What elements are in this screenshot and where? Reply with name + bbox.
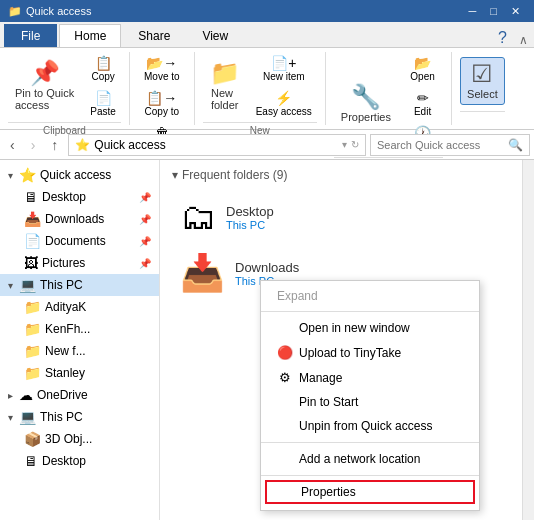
quick-access-toggle[interactable]: ▾ bbox=[8, 170, 13, 181]
copy-to-button[interactable]: 📋→ Copy to bbox=[138, 87, 186, 120]
folder-info-desktop: Desktop This PC bbox=[226, 204, 274, 231]
frequent-header-text: Frequent folders (9) bbox=[182, 168, 287, 182]
sidebar-item-3d-obj[interactable]: 📦 3D Obj... bbox=[0, 428, 159, 450]
ctx-manage[interactable]: ⚙ Manage bbox=[261, 365, 479, 390]
sidebar-label-this-pc: This PC bbox=[40, 278, 83, 292]
window-title: Quick access bbox=[26, 5, 91, 17]
documents-icon: 📄 bbox=[24, 233, 41, 249]
tab-view[interactable]: View bbox=[187, 24, 243, 47]
frequent-arrow: ▾ bbox=[172, 168, 178, 182]
ctx-add-network[interactable]: Add a network location bbox=[261, 447, 479, 471]
new-item-button[interactable]: 📄+ New item bbox=[251, 52, 317, 85]
ctx-expand[interactable]: Expand bbox=[261, 285, 479, 307]
ribbon-group-select: ☑ Select bbox=[452, 52, 513, 125]
ribbon-collapse[interactable]: ∧ bbox=[513, 33, 534, 47]
tab-file[interactable]: File bbox=[4, 24, 57, 47]
stanley-icon: 📁 bbox=[24, 365, 41, 381]
new-folder-sidebar-icon: 📁 bbox=[24, 343, 41, 359]
properties-ribbon-button[interactable]: 🔧 Properties bbox=[334, 80, 398, 128]
sidebar-label-onedrive: OneDrive bbox=[37, 388, 88, 402]
select-label bbox=[460, 111, 505, 125]
this-pc-toggle[interactable]: ▾ bbox=[8, 280, 13, 291]
edit-button[interactable]: ✏ Edit bbox=[402, 87, 443, 120]
sidebar-item-adityak[interactable]: 📁 AdityaK bbox=[0, 296, 159, 318]
move-icon: 📂→ bbox=[146, 55, 177, 71]
move-to-button[interactable]: 📂→ Move to bbox=[138, 52, 186, 85]
tab-home[interactable]: Home bbox=[59, 24, 121, 47]
sidebar-label-adityak: AdityaK bbox=[45, 300, 86, 314]
adityak-icon: 📁 bbox=[24, 299, 41, 315]
minimize-button[interactable]: ─ bbox=[463, 5, 483, 18]
ctx-upload-tinytake-label: Upload to TinyTake bbox=[299, 346, 401, 360]
up-button[interactable]: ↑ bbox=[45, 134, 64, 156]
sidebar-label-this-pc-2: This PC bbox=[40, 410, 83, 424]
sidebar-item-downloads[interactable]: 📥 Downloads 📌 bbox=[0, 208, 159, 230]
close-button[interactable]: ✕ bbox=[505, 5, 526, 18]
sidebar-label-downloads: Downloads bbox=[45, 212, 104, 226]
select-buttons: ☑ Select bbox=[460, 52, 505, 109]
select-button[interactable]: ☑ Select bbox=[460, 57, 505, 105]
pictures-icon: 🖼 bbox=[24, 255, 38, 271]
paste-button[interactable]: 📄 Paste bbox=[85, 87, 121, 120]
address-path[interactable]: ⭐ Quick access ▾ ↻ bbox=[68, 134, 366, 156]
copy-button[interactable]: 📋 Copy bbox=[85, 52, 121, 85]
sidebar-item-this-pc[interactable]: ▾ 💻 This PC bbox=[0, 274, 159, 296]
new-folder-icon: 📁 bbox=[210, 61, 240, 85]
maximize-button[interactable]: □ bbox=[484, 5, 503, 18]
desktop-2-icon: 🖥 bbox=[24, 453, 38, 469]
sidebar-item-pictures[interactable]: 🖼 Pictures 📌 bbox=[0, 252, 159, 274]
sidebar-item-onedrive[interactable]: ▸ ☁ OneDrive bbox=[0, 384, 159, 406]
downloads-icon: 📥 bbox=[24, 211, 41, 227]
pin-indicator-2: 📌 bbox=[139, 214, 151, 225]
tab-share[interactable]: Share bbox=[123, 24, 185, 47]
sidebar-item-desktop[interactable]: 🖥 Desktop 📌 bbox=[0, 186, 159, 208]
sidebar-item-stanley[interactable]: 📁 Stanley bbox=[0, 362, 159, 384]
ctx-unpin-label: Unpin from Quick access bbox=[299, 419, 432, 433]
search-input[interactable] bbox=[377, 139, 508, 151]
ctx-open-new-window[interactable]: Open in new window bbox=[261, 316, 479, 340]
ctx-pin-to-start[interactable]: Pin to Start bbox=[261, 390, 479, 414]
back-button[interactable]: ‹ bbox=[4, 134, 21, 156]
list-item[interactable]: 🗂 Desktop This PC bbox=[172, 190, 522, 244]
ctx-properties[interactable]: Properties bbox=[265, 480, 475, 504]
path-dropdown[interactable]: ▾ bbox=[342, 139, 347, 150]
sidebar-item-kenfh[interactable]: 📁 KenFh... bbox=[0, 318, 159, 340]
folder-name-desktop: Desktop bbox=[226, 204, 274, 219]
ctx-separator-1 bbox=[261, 311, 479, 312]
easy-access-icon: ⚡ bbox=[275, 90, 292, 106]
easy-access-button[interactable]: ⚡ Easy access bbox=[251, 87, 317, 120]
ctx-separator-3 bbox=[261, 475, 479, 476]
pin-to-quick-access-button[interactable]: 📌 Pin to Quickaccess bbox=[8, 56, 81, 116]
forward-button[interactable]: › bbox=[25, 134, 42, 156]
ribbon-toolbar: 📌 Pin to Quickaccess 📋 Copy 📄 Paste Clip… bbox=[0, 48, 534, 130]
ctx-open-new-window-label: Open in new window bbox=[299, 321, 410, 335]
new-folder-button[interactable]: 📁 Newfolder bbox=[203, 56, 247, 116]
path-refresh[interactable]: ↻ bbox=[351, 139, 359, 150]
search-icon: 🔍 bbox=[508, 138, 523, 152]
this-pc-icon: 💻 bbox=[19, 277, 36, 293]
desktop-icon: 🖥 bbox=[24, 189, 38, 205]
title-bar-controls: ─ □ ✕ bbox=[463, 5, 526, 18]
onedrive-toggle[interactable]: ▸ bbox=[8, 390, 13, 401]
frequent-header: ▾ Frequent folders (9) bbox=[172, 168, 522, 182]
search-box[interactable]: 🔍 bbox=[370, 134, 530, 156]
help-button[interactable]: ? bbox=[492, 29, 513, 47]
sidebar-label-3d-obj: 3D Obj... bbox=[45, 432, 92, 446]
edit-icon: ✏ bbox=[417, 90, 429, 106]
sidebar-label-pictures: Pictures bbox=[42, 256, 85, 270]
quick-access-icon: ⭐ bbox=[19, 167, 36, 183]
context-menu: Expand Open in new window 🔴 Upload to Ti… bbox=[260, 280, 480, 511]
sidebar-item-new-folder[interactable]: 📁 New f... bbox=[0, 340, 159, 362]
sidebar-item-desktop-2[interactable]: 🖥 Desktop bbox=[0, 450, 159, 472]
sidebar-label-kenfh: KenFh... bbox=[45, 322, 90, 336]
sidebar-item-this-pc-2[interactable]: ▾ 💻 This PC bbox=[0, 406, 159, 428]
this-pc-2-toggle[interactable]: ▾ bbox=[8, 412, 13, 423]
sidebar-item-quick-access[interactable]: ▾ ⭐ Quick access bbox=[0, 164, 159, 186]
sidebar-label-quick-access: Quick access bbox=[40, 168, 111, 182]
sidebar-item-documents[interactable]: 📄 Documents 📌 bbox=[0, 230, 159, 252]
ctx-unpin-quick-access[interactable]: Unpin from Quick access bbox=[261, 414, 479, 438]
open-button[interactable]: 📂 Open bbox=[402, 52, 443, 85]
ctx-upload-tinytake[interactable]: 🔴 Upload to TinyTake bbox=[261, 340, 479, 365]
scrollbar[interactable] bbox=[522, 160, 534, 520]
ribbon-group-organize: 📂→ Move to 📋→ Copy to 🗑 Delete ✏ Rename … bbox=[130, 52, 195, 125]
